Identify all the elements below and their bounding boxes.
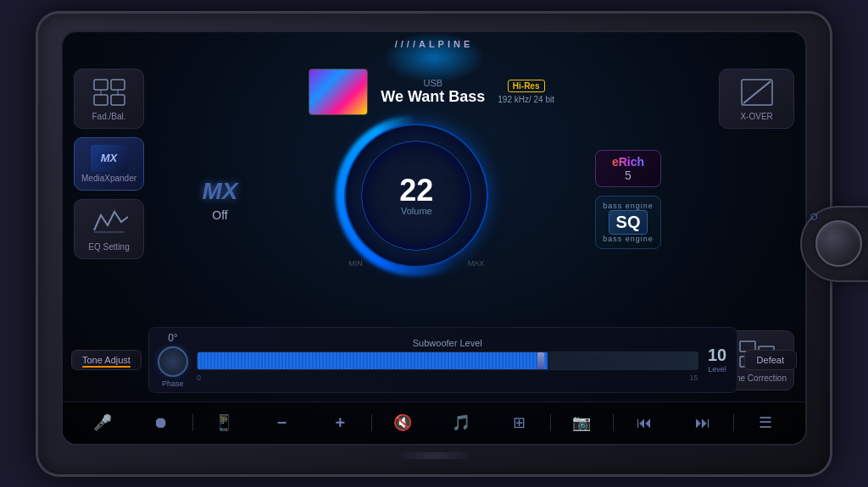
remote-knob[interactable]: ⬡ — [800, 206, 868, 282]
top-row: Fad./Bal. MX MediaXpander — [70, 64, 798, 395]
toolbar-sep-1 — [192, 414, 193, 431]
level-value: 10 — [707, 346, 728, 365]
volume-label: Volume — [401, 206, 432, 216]
stand-bar — [400, 452, 468, 459]
right-spacer — [719, 137, 794, 322]
slider-handle — [537, 352, 544, 369]
toolbar-sep-4 — [613, 414, 614, 431]
toolbar-plus[interactable]: + — [313, 406, 368, 440]
toolbar-grid[interactable]: ⊞ — [492, 406, 547, 440]
slider-max: 15 — [690, 374, 698, 382]
toolbar-mute[interactable]: 🔇 — [376, 406, 431, 440]
erich-button[interactable]: eRich 5 — [595, 150, 661, 187]
volume-inner: 22 Volume — [361, 141, 471, 251]
eq-setting-label: EQ Setting — [88, 242, 129, 252]
toolbar-mic[interactable]: 🎤 — [75, 406, 131, 440]
toolbar-prev[interactable]: ⏮ — [617, 406, 672, 440]
quality-label: 192 kHz/ 24 bit — [498, 95, 554, 104]
tone-indicator — [82, 366, 131, 368]
xover-icon — [738, 76, 776, 108]
screen: ////ALPINE — [61, 30, 807, 445]
fad-bal-icon — [91, 76, 128, 108]
erich-text: eRich — [606, 155, 650, 169]
alpine-logo: ////ALPINE — [395, 39, 474, 49]
mx-status-text: Off — [212, 208, 227, 222]
svg-rect-1 — [94, 95, 108, 105]
erich-value: 5 — [606, 169, 650, 182]
toolbar-minus[interactable]: − — [254, 406, 309, 440]
slider-min: 0 — [197, 374, 201, 382]
album-art — [309, 69, 368, 115]
toolbar-sep-5 — [733, 414, 734, 431]
hires-badge: Hi-Res — [508, 80, 545, 92]
track-name: We Want Bass — [381, 88, 485, 106]
defeat-button[interactable]: Defeat — [744, 350, 797, 370]
mx-status-area: MX Off — [202, 178, 237, 222]
xover-button[interactable]: X-OVER — [719, 69, 794, 129]
svg-rect-3 — [111, 95, 125, 105]
eq-icon — [91, 207, 128, 239]
media-xpander-button[interactable]: MX MediaXpander — [74, 137, 144, 191]
phase-knob[interactable] — [158, 346, 188, 377]
slider-fill — [198, 352, 548, 369]
mx-icon: MX — [91, 145, 128, 172]
tone-adjust-button[interactable]: Tone Adjust — [71, 350, 142, 370]
slider-numbers: 0 15 — [197, 374, 698, 382]
bass-engine-bottom: bass engine — [603, 235, 654, 243]
bt-indicator: ⬡ — [810, 212, 818, 221]
fad-bal-label: Fad./Bal. — [92, 112, 126, 121]
toolbar-next[interactable]: ⏭ — [676, 406, 731, 440]
subwoofer-slider-area: Subwoofer Level 0 15 — [197, 338, 698, 382]
toolbar-phone[interactable]: 📱 — [197, 406, 252, 440]
quality-info: Hi-Res 192 kHz/ 24 bit — [498, 80, 554, 104]
bass-sq: SQ — [609, 210, 648, 235]
phase-degree: 0° — [168, 332, 177, 344]
toolbar-music[interactable]: 🎵 — [434, 406, 489, 440]
content-wrapper: Fad./Bal. MX MediaXpander — [63, 58, 805, 401]
level-display-area: 10 Level — [707, 346, 728, 374]
main-unit: ////ALPINE — [36, 11, 832, 477]
bass-engine-button[interactable]: bass engine SQ bass engine — [595, 196, 661, 249]
media-xpander-label: MediaXpander — [81, 174, 136, 183]
svg-rect-6 — [94, 231, 125, 233]
svg-line-7 — [743, 81, 771, 103]
phase-label: Phase — [162, 379, 184, 388]
subwoofer-slider[interactable] — [197, 351, 698, 370]
bottom-stand — [400, 445, 468, 467]
subwoofer-title: Subwoofer Level — [197, 338, 698, 348]
toolbar-camera[interactable]: 📷 — [554, 406, 609, 440]
center-column: USB We Want Bass Hi-Res 192 kHz/ 24 bit … — [155, 64, 708, 395]
xover-label: X-OVER — [740, 112, 772, 121]
level-label: Level — [708, 365, 726, 374]
toolbar-menu[interactable]: ☰ — [737, 406, 793, 440]
vol-min: MIN — [348, 259, 363, 268]
knob-dial — [815, 220, 862, 267]
phase-control: 0° Phase — [158, 332, 188, 388]
toolbar-sep-3 — [550, 414, 551, 431]
eq-setting-button[interactable]: EQ Setting — [74, 199, 144, 259]
vol-min-max: MIN MAX — [331, 259, 501, 268]
toolbar-record[interactable]: ⏺ — [134, 406, 189, 440]
vol-max: MAX — [468, 259, 485, 268]
svg-rect-0 — [94, 80, 108, 90]
svg-rect-2 — [111, 80, 125, 90]
volume-knob-area[interactable]: 22 Volume MIN MAX — [331, 111, 501, 280]
middle-row: MX Off 22 Volume MIN — [155, 119, 708, 280]
subwoofer-panel: 0° Phase Subwoofer Level — [148, 327, 737, 393]
toolbar-sep-2 — [371, 414, 372, 431]
bass-engine-top: bass engine — [603, 202, 654, 210]
bottom-controls: Tone Adjust 0° Phase Subwoofer Leve — [71, 327, 797, 393]
fad-bal-button[interactable]: Fad./Bal. — [74, 69, 144, 129]
mx-logo-text: MX — [202, 178, 237, 205]
volume-number: 22 — [399, 175, 433, 206]
right-extras: eRich 5 bass engine SQ bass engine — [595, 150, 661, 249]
bottom-toolbar: 🎤 ⏺ 📱 − + 🔇 🎵 ⊞ 📷 ⏮ ⏭ ☰ — [63, 401, 805, 444]
